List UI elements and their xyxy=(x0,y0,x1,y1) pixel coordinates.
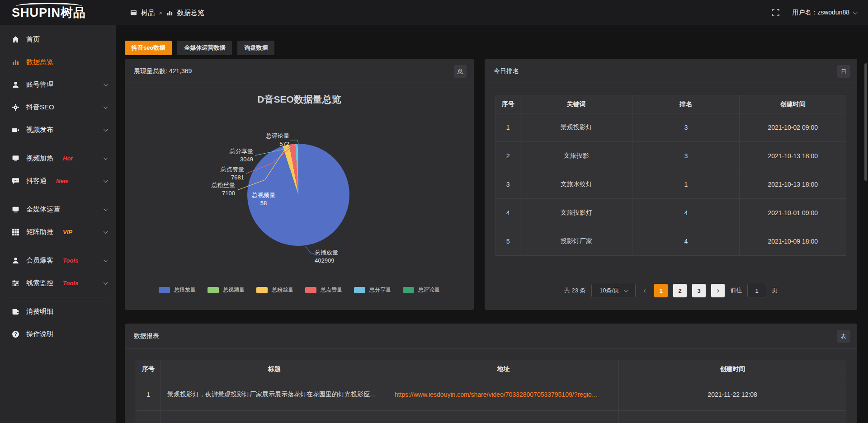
sidebar-item-omnimedia[interactable]: 全媒体运营 xyxy=(0,198,116,221)
video-url-link[interactable]: https://www.iesdouyin.com/share/video/70… xyxy=(388,378,619,411)
sidebar-divider xyxy=(8,297,108,297)
sidebar-item-home[interactable]: 首页 xyxy=(0,28,116,51)
sidebar-item-account[interactable]: 账号管理 xyxy=(0,73,116,96)
sidebar-divider xyxy=(8,144,108,144)
video-camera-icon xyxy=(12,126,19,134)
chart-legend: 总播放量 总视频量 总粉丝量 总点赞量 总分享量 总评论量 xyxy=(125,286,474,294)
sidebar-item-member-leads[interactable]: 会员爆客 Tools xyxy=(0,249,116,272)
table-header-row: 序号 标题 地址 创建时间 xyxy=(136,360,846,378)
page-size-select[interactable]: 10条/页 xyxy=(591,284,636,297)
breadcrumb-root[interactable]: 树品 xyxy=(141,9,155,17)
table-header-row: 序号 关键词 排名 创建时间 xyxy=(496,95,846,113)
page-unit-label: 页 xyxy=(772,287,778,295)
bar-chart-icon xyxy=(166,9,173,16)
tab-omnimedia-data[interactable]: 全媒体运营数据 xyxy=(177,41,232,55)
table-cell: 1 xyxy=(496,113,520,142)
logo-arc-decoration xyxy=(15,3,82,10)
legend-swatch xyxy=(354,287,365,293)
page-button-2[interactable]: 2 xyxy=(673,284,687,297)
sidebar-divider xyxy=(8,195,108,195)
table-cell: 5 xyxy=(496,227,520,256)
fullscreen-icon[interactable] xyxy=(772,9,779,16)
user-menu[interactable]: 用户名：zswodun88 xyxy=(792,9,856,17)
pagination-total: 共 23 条 xyxy=(564,287,586,295)
sidebar: 首页 数据总览 账号管理 抖音SEO 视频发布 视频加热 Hot 抖客通 New… xyxy=(0,25,116,423)
sidebar-item-label: 账号管理 xyxy=(26,80,53,89)
card-header: 展现量总数: 421,369 xyxy=(125,59,474,84)
legend-item-plays[interactable]: 总播放量 xyxy=(159,286,196,294)
table-cell: 1 xyxy=(632,170,740,199)
app-window-icon xyxy=(130,9,137,16)
top-header: SHUPIN树品 树品 > 数据总览 用户名：zswodun88 xyxy=(0,0,868,25)
col-created: 创建时间 xyxy=(740,95,846,113)
legend-item-comments[interactable]: 总评论量 xyxy=(403,286,440,294)
sidebar-item-matrix-boost[interactable]: 矩阵助推 VIP xyxy=(0,221,116,243)
chevron-down-icon xyxy=(104,127,108,132)
sidebar-item-label: 线索监控 xyxy=(26,279,53,287)
table-row: 5 投影灯厂家 4 2021-10-09 18:00 xyxy=(496,227,846,256)
vip-badge: VIP xyxy=(63,229,72,235)
legend-item-shares[interactable]: 总分享量 xyxy=(354,286,391,294)
tab-inquiry-data[interactable]: 询盘数据 xyxy=(237,41,274,55)
sidebar-item-douketong[interactable]: 抖客通 New xyxy=(0,169,116,192)
table-cell xyxy=(136,411,161,423)
sidebar-item-douyin-seo[interactable]: 抖音SEO xyxy=(0,96,116,118)
page-button-3[interactable]: 3 xyxy=(692,284,706,297)
chevron-down-icon xyxy=(104,104,108,109)
pie-label-fans: 总粉丝量 7100 xyxy=(212,181,235,197)
prev-page-button[interactable]: ‹ xyxy=(641,286,649,295)
chevron-down-icon xyxy=(104,258,108,262)
next-page-button[interactable]: › xyxy=(711,284,725,297)
sidebar-item-clue-monitor[interactable]: 线索监控 Tools xyxy=(0,272,116,294)
chevron-down-icon xyxy=(104,178,108,183)
table-cell: 2021-10-02 09:00 xyxy=(740,113,846,142)
total-badge-button[interactable]: 总 xyxy=(454,65,467,78)
table-badge-button[interactable]: 表 xyxy=(837,330,850,343)
legend-swatch xyxy=(403,287,414,293)
sidebar-item-label: 抖客通 xyxy=(26,177,47,185)
table-cell: 4 xyxy=(496,199,520,227)
sidebar-item-data-overview[interactable]: 数据总览 xyxy=(0,51,116,73)
sidebar-item-spending[interactable]: 消费明细 xyxy=(0,300,116,323)
legend-swatch xyxy=(256,287,268,293)
impressions-total-label: 展现量总数: 421,369 xyxy=(134,67,192,75)
seo-overview-card: 展现量总数: 421,369 总 D音SEO数据量总览 总评论量 572 总分享… xyxy=(125,59,474,310)
table-cell: 投影灯厂家 xyxy=(520,227,632,256)
tab-douyin-seo-data[interactable]: 抖音seo数据 xyxy=(125,41,172,55)
user-icon xyxy=(12,81,19,89)
data-tabs: 抖音seo数据 全媒体运营数据 询盘数据 xyxy=(125,41,274,55)
monitor-icon xyxy=(12,206,19,213)
table-cell: 文旅水纹灯 xyxy=(520,170,632,199)
sidebar-item-help[interactable]: ? 操作说明 xyxy=(0,323,116,345)
table-row: 1 景观投影灯 3 2021-10-02 09:00 xyxy=(496,113,846,142)
breadcrumb-current: 数据总览 xyxy=(177,9,204,17)
table-cell: 4 xyxy=(632,227,740,256)
pie-label-videos: 总视频量 58 xyxy=(243,191,284,207)
goto-page-input[interactable] xyxy=(747,284,766,297)
scrollbar-thumb[interactable] xyxy=(864,63,867,181)
sliders-icon xyxy=(12,279,19,287)
breadcrumb: 树品 > 数据总览 xyxy=(130,9,204,17)
table-cell: 2021-11-22 12:08 xyxy=(619,378,846,411)
page-button-1[interactable]: 1 xyxy=(654,284,668,297)
new-badge: New xyxy=(56,178,68,184)
legend-item-videos[interactable]: 总视频量 xyxy=(208,286,245,294)
legend-item-fans[interactable]: 总粉丝量 xyxy=(256,286,293,294)
user-icon xyxy=(12,257,19,264)
app-logo[interactable]: SHUPIN树品 xyxy=(0,5,116,21)
col-title: 标题 xyxy=(160,360,388,378)
sidebar-item-video-boost[interactable]: 视频加热 Hot xyxy=(0,147,116,169)
sidebar-item-label: 全媒体运营 xyxy=(26,205,60,214)
sidebar-item-video-publish[interactable]: 视频发布 xyxy=(0,118,116,141)
sidebar-item-label: 抖音SEO xyxy=(26,103,54,112)
card-header: 今日排名 xyxy=(485,59,857,84)
table-cell: 2021-10-09 18:00 xyxy=(740,227,846,256)
table-row xyxy=(136,411,846,423)
tools-badge: Tools xyxy=(63,257,78,264)
hot-badge: Hot xyxy=(63,155,73,162)
day-badge-button[interactable]: 日 xyxy=(837,65,850,78)
legend-item-likes[interactable]: 总点赞量 xyxy=(305,286,342,294)
today-ranking-card: 今日排名 日 序号 关键词 排名 创建时间 1 景观投影灯 3 2021-10-… xyxy=(485,59,857,310)
sidebar-item-label: 视频发布 xyxy=(26,126,53,134)
bar-chart-icon xyxy=(12,58,19,66)
